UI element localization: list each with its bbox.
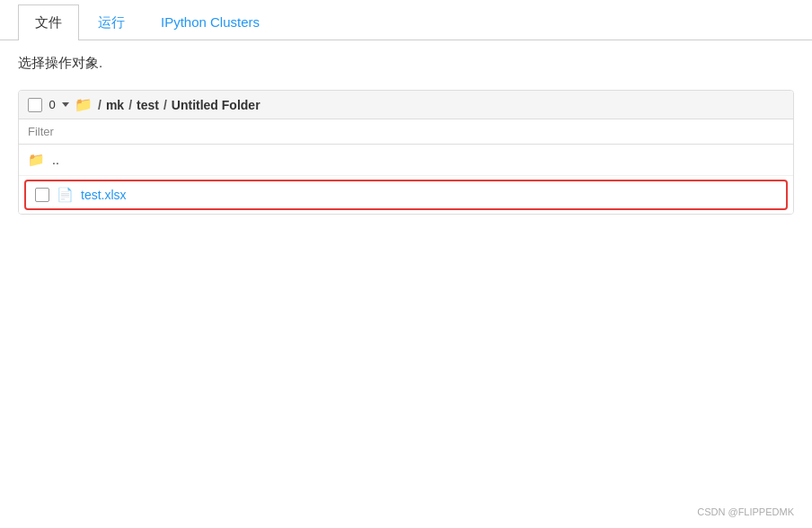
sep-3: /	[163, 98, 167, 112]
folder-up-icon: 📁	[28, 152, 45, 168]
file-checkbox[interactable]	[35, 188, 49, 202]
sep-1: /	[98, 98, 102, 112]
folder-icon: 📁	[75, 96, 93, 113]
select-count-area: 0	[28, 98, 69, 112]
file-name-label: test.xlsx	[81, 188, 127, 202]
tab-files[interactable]: 文件	[18, 4, 79, 40]
breadcrumb-path: / mk / test / Untitled Folder	[98, 98, 260, 112]
parent-dir-label: ..	[52, 153, 59, 167]
list-item[interactable]: 📁 ..	[19, 145, 793, 176]
footer-credit: CSDN @FLIPPEDMK	[697, 506, 794, 517]
file-browser: 0 📁 / mk / test / Untitled Folder Filter…	[18, 90, 794, 215]
select-all-checkbox[interactable]	[28, 98, 42, 112]
selected-count: 0	[46, 98, 58, 111]
tab-running[interactable]: 运行	[81, 4, 142, 40]
breadcrumb-bar: 0 📁 / mk / test / Untitled Folder	[19, 91, 793, 119]
tab-clusters[interactable]: IPython Clusters	[144, 4, 277, 40]
sep-2: /	[128, 98, 132, 112]
breadcrumb-current[interactable]: Untitled Folder	[172, 98, 260, 112]
breadcrumb-test[interactable]: test	[137, 98, 159, 112]
breadcrumb-mk[interactable]: mk	[106, 98, 124, 112]
subtitle-text: 选择操作对象.	[0, 40, 812, 81]
filter-label: Filter	[28, 125, 54, 138]
file-doc-icon: 📄	[57, 187, 74, 203]
selected-file-wrapper: 📄 test.xlsx	[19, 176, 793, 214]
dropdown-arrow-icon[interactable]	[62, 102, 69, 107]
list-item[interactable]: 📄 test.xlsx	[24, 180, 788, 210]
tab-bar: 文件 运行 IPython Clusters	[0, 4, 812, 40]
file-list: 📁 .. 📄 test.xlsx	[19, 145, 793, 214]
filter-bar: Filter	[19, 119, 793, 145]
